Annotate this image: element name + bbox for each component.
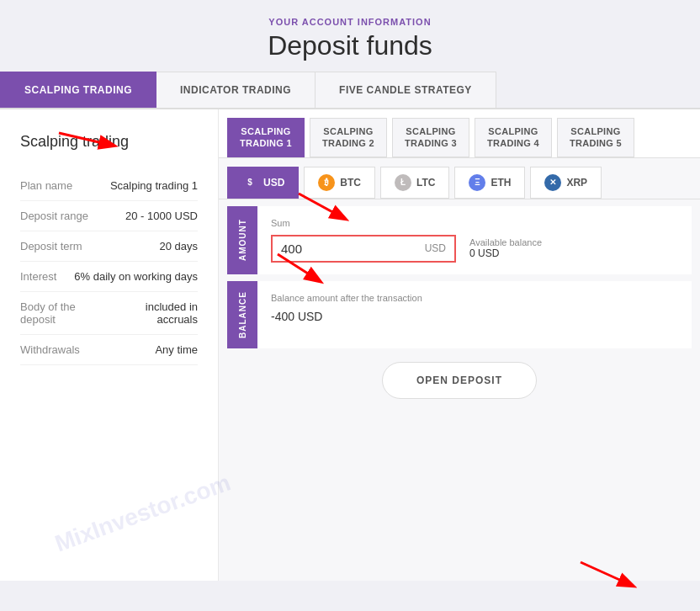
btc-icon: ₿ [318, 174, 335, 191]
currency-tab-xrp[interactable]: ✕ XRP [530, 167, 602, 199]
amount-input-wrapper[interactable]: USD [271, 235, 456, 263]
amount-label: AMOUNT [227, 206, 257, 274]
sub-tab-4[interactable]: SCALPINGTRADING 4 [475, 118, 552, 157]
xrp-label: XRP [566, 177, 587, 189]
plan-value-range: 20 - 1000 USD [125, 210, 198, 222]
tab-five-candle-strategy[interactable]: FIVE CANDLE STRATEGY [316, 72, 496, 108]
sub-tab-2[interactable]: SCALPINGTRADING 2 [310, 118, 387, 157]
plan-info-table: Plan name Scalping trading 1 Deposit ran… [20, 171, 198, 365]
header: YOUR ACCOUNT INFORMATION Deposit funds [0, 0, 700, 72]
plan-row-name: Plan name Scalping trading 1 [20, 171, 198, 201]
plan-label-withdrawals: Withdrawals [20, 343, 80, 356]
amount-content: Sum USD Available balance 0 USD [257, 206, 692, 274]
currency-tab-ltc[interactable]: Ł LTC [380, 167, 449, 199]
plan-row-interest: Interest 6% daily on working days [20, 262, 198, 292]
plan-row-withdrawals: Withdrawals Any time [20, 335, 198, 365]
plan-label-interest: Interest [20, 270, 56, 283]
page-title: Deposit funds [0, 30, 700, 61]
balance-section: BALANCE Balance amount after the transac… [227, 281, 692, 348]
sub-tab-3[interactable]: SCALPINGTRADING 3 [392, 118, 469, 157]
currency-tab-usd[interactable]: $ USD [227, 167, 299, 199]
plan-title: Scalping trading [20, 133, 198, 151]
currency-tab-eth[interactable]: Ξ ETH [454, 167, 525, 199]
main-tabs: SCALPING TRADING INDICATOR TRADING FIVE … [0, 72, 700, 109]
usd-label: USD [263, 177, 284, 189]
balance-value: -400 USD [271, 310, 678, 323]
usd-icon: $ [241, 174, 258, 191]
ltc-icon: Ł [395, 174, 411, 191]
plan-label-body: Body of the deposit [20, 300, 108, 326]
plan-label-name: Plan name [20, 179, 72, 192]
currency-tabs: $ USD ₿ BTC Ł LTC Ξ ETH ✕ XRP [219, 158, 700, 199]
right-panel: SCALPINGTRADING 1 SCALPINGTRADING 2 SCAL… [219, 109, 700, 581]
plan-value-withdrawals: Any time [155, 343, 198, 356]
sum-label: Sum [271, 218, 678, 228]
plan-value-name: Scalping trading 1 [110, 179, 198, 192]
plan-row-range: Deposit range 20 - 1000 USD [20, 201, 198, 231]
sub-tab-5[interactable]: SCALPINGTRADING 5 [557, 118, 634, 157]
amount-section: AMOUNT Sum USD Available balance 0 USD [227, 206, 692, 274]
eth-icon: Ξ [469, 174, 485, 191]
left-panel: Scalping trading Plan name Scalping trad… [0, 109, 219, 581]
plan-label-term: Deposit term [20, 240, 82, 252]
balance-label: BALANCE [227, 281, 257, 348]
ltc-label: LTC [416, 177, 435, 189]
balance-after-label: Balance amount after the transaction [271, 293, 678, 303]
available-balance-value: 0 USD [469, 247, 542, 259]
tab-scalping-trading[interactable]: SCALPING TRADING [0, 72, 156, 108]
page-wrapper: YOUR ACCOUNT INFORMATION Deposit funds S… [0, 0, 700, 611]
plan-row-body: Body of the deposit included in accruals [20, 292, 198, 335]
sub-tabs: SCALPINGTRADING 1 SCALPINGTRADING 2 SCAL… [219, 109, 700, 158]
content-area: Scalping trading Plan name Scalping trad… [0, 109, 700, 581]
tab-indicator-trading[interactable]: INDICATOR TRADING [156, 72, 316, 108]
available-balance: Available balance 0 USD [469, 237, 542, 259]
balance-content: Balance amount after the transaction -40… [257, 281, 692, 348]
eth-label: ETH [491, 177, 511, 189]
amount-input[interactable] [281, 242, 418, 256]
plan-value-interest: 6% daily on working days [74, 270, 198, 283]
plan-value-body: included in accruals [108, 300, 198, 326]
xrp-icon: ✕ [544, 174, 561, 191]
amount-row: USD Available balance 0 USD [271, 235, 678, 263]
plan-value-term: 20 days [159, 240, 198, 252]
amount-currency: USD [425, 242, 446, 254]
plan-row-term: Deposit term 20 days [20, 231, 198, 262]
account-info-label: YOUR ACCOUNT INFORMATION [0, 17, 700, 27]
plan-label-range: Deposit range [20, 210, 88, 222]
sub-tab-1[interactable]: SCALPINGTRADING 1 [227, 118, 305, 157]
currency-tab-btc[interactable]: ₿ BTC [304, 167, 375, 199]
available-balance-label: Available balance [469, 237, 542, 247]
open-deposit-button[interactable]: OPEN DEPOSIT [382, 362, 537, 399]
btc-label: BTC [340, 177, 361, 189]
